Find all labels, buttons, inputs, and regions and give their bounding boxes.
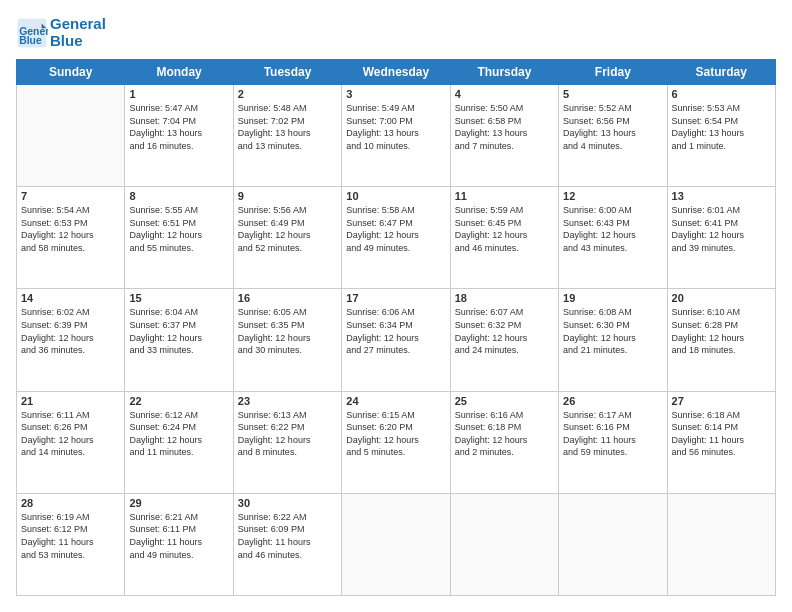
day-number: 21 [21,395,120,407]
day-number: 12 [563,190,662,202]
day-number: 10 [346,190,445,202]
day-cell: 23Sunrise: 6:13 AM Sunset: 6:22 PM Dayli… [233,391,341,493]
day-info: Sunrise: 6:12 AM Sunset: 6:24 PM Dayligh… [129,409,228,459]
day-info: Sunrise: 5:56 AM Sunset: 6:49 PM Dayligh… [238,204,337,254]
day-info: Sunrise: 6:05 AM Sunset: 6:35 PM Dayligh… [238,306,337,356]
day-info: Sunrise: 5:48 AM Sunset: 7:02 PM Dayligh… [238,102,337,152]
weekday-header-saturday: Saturday [667,60,775,85]
day-info: Sunrise: 6:19 AM Sunset: 6:12 PM Dayligh… [21,511,120,561]
day-number: 5 [563,88,662,100]
day-number: 11 [455,190,554,202]
day-cell: 13Sunrise: 6:01 AM Sunset: 6:41 PM Dayli… [667,187,775,289]
day-cell [559,493,667,595]
svg-text:Blue: Blue [19,35,42,46]
day-info: Sunrise: 6:15 AM Sunset: 6:20 PM Dayligh… [346,409,445,459]
week-row-4: 28Sunrise: 6:19 AM Sunset: 6:12 PM Dayli… [17,493,776,595]
day-info: Sunrise: 5:59 AM Sunset: 6:45 PM Dayligh… [455,204,554,254]
day-info: Sunrise: 5:50 AM Sunset: 6:58 PM Dayligh… [455,102,554,152]
day-cell: 20Sunrise: 6:10 AM Sunset: 6:28 PM Dayli… [667,289,775,391]
day-cell: 7Sunrise: 5:54 AM Sunset: 6:53 PM Daylig… [17,187,125,289]
week-row-0: 1Sunrise: 5:47 AM Sunset: 7:04 PM Daylig… [17,85,776,187]
day-cell: 5Sunrise: 5:52 AM Sunset: 6:56 PM Daylig… [559,85,667,187]
day-cell: 1Sunrise: 5:47 AM Sunset: 7:04 PM Daylig… [125,85,233,187]
day-number: 19 [563,292,662,304]
day-info: Sunrise: 5:53 AM Sunset: 6:54 PM Dayligh… [672,102,771,152]
day-cell: 26Sunrise: 6:17 AM Sunset: 6:16 PM Dayli… [559,391,667,493]
day-cell: 9Sunrise: 5:56 AM Sunset: 6:49 PM Daylig… [233,187,341,289]
day-number: 23 [238,395,337,407]
weekday-header-wednesday: Wednesday [342,60,450,85]
day-cell [667,493,775,595]
day-cell: 2Sunrise: 5:48 AM Sunset: 7:02 PM Daylig… [233,85,341,187]
day-cell [342,493,450,595]
day-info: Sunrise: 5:58 AM Sunset: 6:47 PM Dayligh… [346,204,445,254]
day-number: 29 [129,497,228,509]
weekday-header-friday: Friday [559,60,667,85]
day-cell: 21Sunrise: 6:11 AM Sunset: 6:26 PM Dayli… [17,391,125,493]
day-number: 6 [672,88,771,100]
logo-text: GeneralBlue [50,16,106,49]
day-info: Sunrise: 6:21 AM Sunset: 6:11 PM Dayligh… [129,511,228,561]
day-info: Sunrise: 6:00 AM Sunset: 6:43 PM Dayligh… [563,204,662,254]
day-info: Sunrise: 5:54 AM Sunset: 6:53 PM Dayligh… [21,204,120,254]
header: General Blue GeneralBlue [16,16,776,49]
logo-icon: General Blue [16,17,48,49]
weekday-header-sunday: Sunday [17,60,125,85]
day-cell: 4Sunrise: 5:50 AM Sunset: 6:58 PM Daylig… [450,85,558,187]
day-info: Sunrise: 6:22 AM Sunset: 6:09 PM Dayligh… [238,511,337,561]
day-info: Sunrise: 5:55 AM Sunset: 6:51 PM Dayligh… [129,204,228,254]
day-info: Sunrise: 5:52 AM Sunset: 6:56 PM Dayligh… [563,102,662,152]
day-number: 4 [455,88,554,100]
day-number: 15 [129,292,228,304]
day-cell: 19Sunrise: 6:08 AM Sunset: 6:30 PM Dayli… [559,289,667,391]
day-cell: 30Sunrise: 6:22 AM Sunset: 6:09 PM Dayli… [233,493,341,595]
day-info: Sunrise: 6:08 AM Sunset: 6:30 PM Dayligh… [563,306,662,356]
day-cell: 18Sunrise: 6:07 AM Sunset: 6:32 PM Dayli… [450,289,558,391]
day-cell: 28Sunrise: 6:19 AM Sunset: 6:12 PM Dayli… [17,493,125,595]
weekday-header-thursday: Thursday [450,60,558,85]
day-info: Sunrise: 6:06 AM Sunset: 6:34 PM Dayligh… [346,306,445,356]
day-number: 26 [563,395,662,407]
week-row-1: 7Sunrise: 5:54 AM Sunset: 6:53 PM Daylig… [17,187,776,289]
day-info: Sunrise: 6:16 AM Sunset: 6:18 PM Dayligh… [455,409,554,459]
day-number: 27 [672,395,771,407]
day-cell: 3Sunrise: 5:49 AM Sunset: 7:00 PM Daylig… [342,85,450,187]
day-cell: 29Sunrise: 6:21 AM Sunset: 6:11 PM Dayli… [125,493,233,595]
day-cell: 11Sunrise: 5:59 AM Sunset: 6:45 PM Dayli… [450,187,558,289]
day-number: 24 [346,395,445,407]
day-number: 9 [238,190,337,202]
day-number: 28 [21,497,120,509]
day-number: 8 [129,190,228,202]
day-number: 13 [672,190,771,202]
day-cell: 16Sunrise: 6:05 AM Sunset: 6:35 PM Dayli… [233,289,341,391]
day-number: 20 [672,292,771,304]
logo: General Blue GeneralBlue [16,16,106,49]
day-number: 3 [346,88,445,100]
day-number: 25 [455,395,554,407]
day-number: 30 [238,497,337,509]
day-number: 18 [455,292,554,304]
day-cell: 15Sunrise: 6:04 AM Sunset: 6:37 PM Dayli… [125,289,233,391]
day-cell: 17Sunrise: 6:06 AM Sunset: 6:34 PM Dayli… [342,289,450,391]
day-cell: 6Sunrise: 5:53 AM Sunset: 6:54 PM Daylig… [667,85,775,187]
day-cell: 25Sunrise: 6:16 AM Sunset: 6:18 PM Dayli… [450,391,558,493]
day-info: Sunrise: 6:01 AM Sunset: 6:41 PM Dayligh… [672,204,771,254]
day-number: 1 [129,88,228,100]
day-info: Sunrise: 6:04 AM Sunset: 6:37 PM Dayligh… [129,306,228,356]
day-info: Sunrise: 5:49 AM Sunset: 7:00 PM Dayligh… [346,102,445,152]
day-cell: 8Sunrise: 5:55 AM Sunset: 6:51 PM Daylig… [125,187,233,289]
day-number: 22 [129,395,228,407]
day-number: 17 [346,292,445,304]
day-info: Sunrise: 6:07 AM Sunset: 6:32 PM Dayligh… [455,306,554,356]
calendar-table: SundayMondayTuesdayWednesdayThursdayFrid… [16,59,776,596]
day-cell [17,85,125,187]
day-info: Sunrise: 6:11 AM Sunset: 6:26 PM Dayligh… [21,409,120,459]
day-number: 2 [238,88,337,100]
day-info: Sunrise: 5:47 AM Sunset: 7:04 PM Dayligh… [129,102,228,152]
day-info: Sunrise: 6:13 AM Sunset: 6:22 PM Dayligh… [238,409,337,459]
day-info: Sunrise: 6:10 AM Sunset: 6:28 PM Dayligh… [672,306,771,356]
day-number: 7 [21,190,120,202]
calendar-body: 1Sunrise: 5:47 AM Sunset: 7:04 PM Daylig… [17,85,776,596]
day-cell: 10Sunrise: 5:58 AM Sunset: 6:47 PM Dayli… [342,187,450,289]
day-info: Sunrise: 6:17 AM Sunset: 6:16 PM Dayligh… [563,409,662,459]
